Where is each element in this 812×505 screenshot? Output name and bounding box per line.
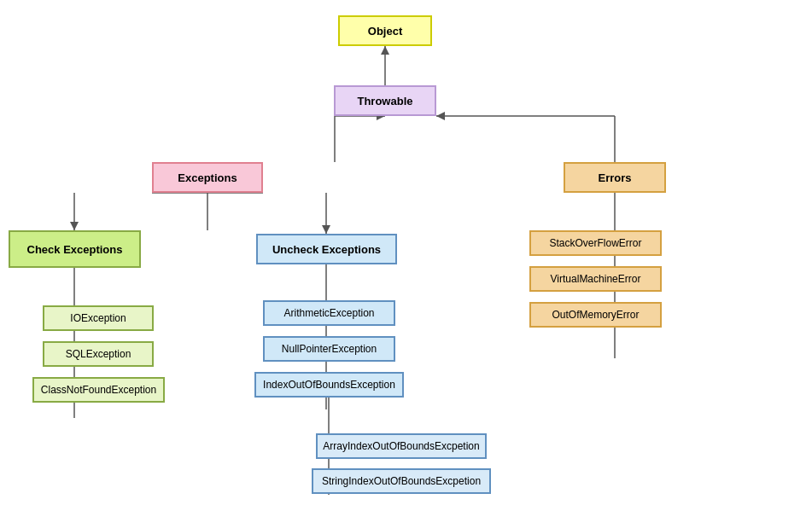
node-classnotfound: ClassNotFoundException	[32, 377, 165, 403]
node-errors: Errors	[564, 162, 666, 193]
node-uncheck-exceptions: Uncheck Exceptions	[256, 234, 397, 264]
node-virtualmachine-label: VirtualMachineError	[551, 273, 641, 285]
node-exceptions-label: Exceptions	[178, 171, 237, 184]
node-check-label: Check Exceptions	[27, 243, 123, 256]
node-throwable: Throwable	[334, 85, 436, 116]
svg-marker-14	[322, 225, 330, 234]
node-classnotfound-label: ClassNotFoundException	[41, 384, 156, 396]
svg-marker-1	[381, 46, 389, 55]
diagram: Object Throwable Exceptions Errors Check…	[0, 0, 812, 505]
node-arithmetic-label: ArithmeticException	[283, 307, 374, 319]
svg-marker-12	[70, 222, 79, 230]
svg-marker-7	[436, 112, 445, 120]
node-arithmetic: ArithmeticException	[263, 300, 395, 326]
node-stackoverflow: StackOverFlowError	[529, 230, 662, 256]
node-outofmemory-label: OutOfMemoryError	[552, 309, 639, 321]
node-throwable-label: Throwable	[357, 95, 412, 107]
node-outofmemory: OutOfMemoryError	[529, 302, 662, 328]
node-object-label: Object	[368, 25, 402, 38]
node-stringindex-label: StringIndexOutOfBoundsExcpetion	[322, 475, 481, 487]
node-stringindex: StringIndexOutOfBoundsExcpetion	[312, 468, 491, 494]
node-stackoverflow-label: StackOverFlowError	[549, 237, 641, 249]
node-object: Object	[338, 15, 432, 46]
node-exceptions: Exceptions	[152, 162, 263, 193]
node-nullpointer-label: NullPointerException	[282, 343, 377, 355]
node-ioexception-label: IOException	[70, 312, 126, 324]
node-virtualmachine: VirtualMachineError	[529, 266, 662, 292]
node-indexoutofbounds-label: IndexOutOfBoundsException	[263, 379, 395, 391]
node-ioexception: IOException	[43, 305, 154, 331]
node-uncheck-label: Uncheck Exceptions	[272, 243, 381, 256]
node-sqlexception: SQLException	[43, 341, 154, 367]
node-indexoutofbounds: IndexOutOfBoundsException	[254, 372, 404, 398]
node-arrayindex-label: ArrayIndexOutOfBoundsExcpetion	[323, 440, 479, 452]
node-nullpointer: NullPointerException	[263, 336, 395, 362]
node-errors-label: Errors	[598, 171, 631, 184]
node-arrayindex: ArrayIndexOutOfBoundsExcpetion	[316, 433, 487, 459]
node-check-exceptions: Check Exceptions	[9, 230, 141, 268]
node-sqlexception-label: SQLException	[66, 348, 131, 360]
